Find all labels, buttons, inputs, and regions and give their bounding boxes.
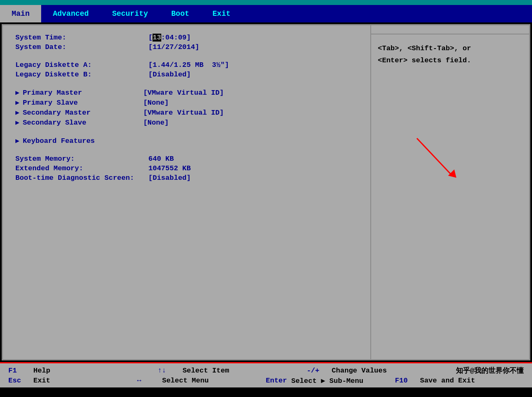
key-enter[interactable]: Enter	[266, 377, 287, 385]
field-secondary-master[interactable]: ▶ Secondary Master [VMware Virtual ID]	[15, 108, 358, 117]
desc-help: Help	[29, 367, 158, 375]
menu-item-exit[interactable]: Exit	[201, 5, 242, 22]
label-extended-memory: Extended Memory:	[15, 164, 148, 172]
value-system-memory: 640 KB	[148, 155, 174, 163]
label-primary-slave: Primary Slave	[23, 99, 143, 107]
right-panel: <Tab>, <Shift-Tab>, or<Enter> selects fi…	[371, 25, 529, 359]
field-primary-master[interactable]: ▶ Primary Master [VMware Virtual ID]	[15, 88, 358, 97]
key-plusminus[interactable]: -/+	[307, 367, 328, 375]
key-f10-2[interactable]: F10	[395, 377, 416, 385]
field-legacy-diskette-a: Legacy Diskette A: [1.44/1.25 MB 3½"]	[15, 61, 358, 69]
help-header	[371, 25, 529, 34]
left-panel: System Time: [13:04:09] System Date: [11…	[3, 25, 371, 359]
desc-exit: Exit	[29, 377, 137, 385]
label-secondary-master: Secondary Master	[23, 109, 143, 117]
field-legacy-diskette-b: Legacy Diskette B: [Disabled]	[15, 71, 358, 78]
value-secondary-slave[interactable]: [None]	[143, 119, 169, 127]
panels: System Time: [13:04:09] System Date: [11…	[3, 25, 529, 359]
field-system-date: System Date: [11/27/2014]	[15, 43, 358, 51]
arrow-icon-secondary-master: ▶	[15, 108, 20, 117]
field-extended-memory: Extended Memory: 1047552 KB	[15, 164, 358, 172]
arrow-icon-primary-master: ▶	[15, 88, 20, 97]
menu-bar: MainAdvancedSecurityBootExit	[0, 5, 532, 22]
key-esc[interactable]: Esc	[8, 377, 29, 385]
label-system-memory: System Memory:	[15, 155, 148, 163]
svg-line-0	[417, 138, 452, 176]
svg-marker-1	[448, 169, 456, 178]
field-system-memory: System Memory: 640 KB	[15, 155, 358, 163]
arrow-icon-keyboard: ▶	[15, 137, 20, 145]
desc-save-exit: Save and Exit	[416, 377, 524, 385]
time-hour[interactable]: 13	[153, 34, 161, 42]
title-bar	[0, 0, 532, 5]
help-body: <Tab>, <Shift-Tab>, or<Enter> selects fi…	[371, 34, 529, 359]
desc-change-values: Change Values	[328, 367, 456, 375]
field-primary-slave[interactable]: ▶ Primary Slave [None]	[15, 98, 358, 107]
value-boot-diagnostic[interactable]: [Disabled]	[148, 174, 191, 182]
key-f1[interactable]: F1	[8, 367, 29, 375]
status-row-1: F1 Help ↑↓ Select Item -/+ Change Values…	[8, 366, 524, 375]
label-keyboard-features: Keyboard Features	[23, 137, 143, 145]
help-text: <Tab>, <Shift-Tab>, or<Enter> selects fi…	[378, 43, 522, 67]
value-primary-slave[interactable]: [None]	[143, 99, 169, 107]
bottom-bar: F1 Help ↑↓ Select Item -/+ Change Values…	[0, 362, 532, 387]
label-primary-master: Primary Master	[23, 89, 143, 97]
arrow-icon-primary-slave: ▶	[15, 98, 20, 107]
desc-select-submenu: Select ▶ Sub-Menu	[287, 376, 395, 385]
label-system-date: System Date:	[15, 43, 148, 51]
menu-item-advanced[interactable]: Advanced	[41, 5, 100, 22]
key-leftright[interactable]: ↔	[137, 377, 158, 385]
status-row-2: Esc Exit ↔ Select Menu Enter Select ▶ Su…	[8, 376, 524, 385]
menu-item-boot[interactable]: Boot	[160, 5, 201, 22]
label-boot-diagnostic: Boot-time Diagnostic Screen:	[15, 174, 148, 182]
value-system-time[interactable]: [13:04:09]	[148, 34, 191, 42]
value-primary-master[interactable]: [VMware Virtual ID]	[143, 89, 224, 97]
label-system-time: System Time:	[15, 34, 148, 42]
field-boot-diagnostic: Boot-time Diagnostic Screen: [Disabled]	[15, 174, 358, 182]
annotation-arrow	[413, 134, 463, 184]
watermark: 知乎@我的世界你不懂	[456, 366, 524, 375]
field-keyboard-features[interactable]: ▶ Keyboard Features	[15, 137, 358, 145]
value-system-date[interactable]: [11/27/2014]	[148, 43, 199, 51]
value-extended-memory: 1047552 KB	[148, 164, 191, 172]
key-updown[interactable]: ↑↓	[158, 367, 178, 375]
field-system-time: System Time: [13:04:09]	[15, 34, 358, 42]
value-legacy-diskette-b[interactable]: [Disabled]	[148, 71, 191, 78]
arrow-icon-secondary-slave: ▶	[15, 118, 20, 127]
value-legacy-diskette-a[interactable]: [1.44/1.25 MB 3½"]	[148, 61, 229, 69]
value-secondary-master[interactable]: [VMware Virtual ID]	[143, 109, 224, 117]
field-secondary-slave[interactable]: ▶ Secondary Slave [None]	[15, 118, 358, 127]
label-secondary-slave: Secondary Slave	[23, 119, 143, 127]
desc-select-item: Select Item	[178, 367, 307, 375]
menu-item-main[interactable]: Main	[0, 5, 41, 22]
label-legacy-diskette-b: Legacy Diskette B:	[15, 71, 148, 78]
desc-select-menu: Select Menu	[158, 377, 266, 385]
content-wrapper: System Time: [13:04:09] System Date: [11…	[2, 24, 530, 360]
label-legacy-diskette-a: Legacy Diskette A:	[15, 61, 148, 69]
menu-item-security[interactable]: Security	[101, 5, 160, 22]
